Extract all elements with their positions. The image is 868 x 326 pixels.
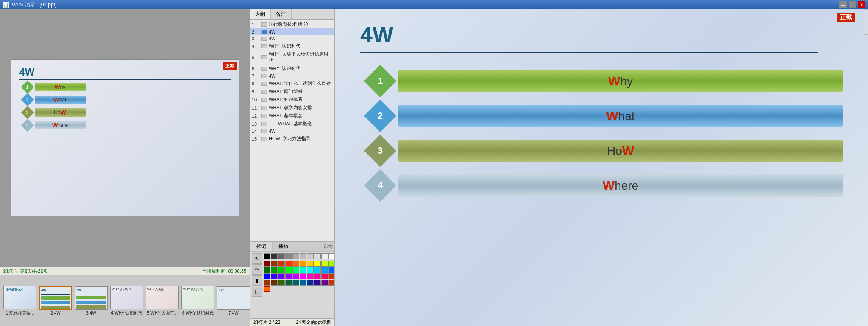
highlighter-tool[interactable]: ▮: [252, 275, 262, 286]
thumb-5[interactable]: WHY:人类正...: [146, 286, 179, 309]
label-why: Why: [608, 74, 633, 88]
template-name: 24美金的ppt模板: [296, 319, 331, 326]
preview-item-2: 2 What: [23, 95, 231, 104]
outline-item-8[interactable]: 8 WHAT: 学什么，达到什么目标: [250, 79, 334, 87]
slide-count-bottom: 幻灯片 2 / 22: [253, 319, 281, 326]
thumb-item-6[interactable]: WHY:认识时代 6 WHY:认识时代: [181, 286, 214, 316]
preview-bar-1: Why: [35, 83, 86, 91]
outline-panel: 大纲 备注 1 现代教育技术 绪 论 2 4W 3 4W 4 WHY: [250, 9, 335, 326]
color-white[interactable]: [328, 253, 334, 259]
thumb-label-3: 3 4W: [86, 311, 96, 315]
outline-item-6[interactable]: 6 WHY: 认识时代: [250, 65, 334, 73]
pointer-tool[interactable]: ↖: [252, 253, 262, 264]
preview-diamond-4: 4: [21, 118, 34, 132]
outline-item-9[interactable]: 9 WHAT: 两门学科: [250, 87, 334, 96]
outline-item-12[interactable]: 12 WHAT: 基本概念: [250, 112, 334, 120]
slide-preview-content: 4W 1 Why: [11, 60, 239, 136]
thumb-label-6: 6 WHY:认识时代: [182, 310, 214, 316]
color-black[interactable]: [264, 253, 270, 259]
window-title: WPS 演示 - [01.ppt]: [12, 1, 56, 8]
tab-play[interactable]: 播放: [273, 242, 295, 251]
item-row-3: 3 HoW: [369, 139, 843, 162]
outline-item-2[interactable]: 2 4W: [250, 28, 334, 35]
thumb-6[interactable]: WHY:认识时代: [181, 286, 214, 309]
slide-preview[interactable]: 正戳 4W 1 Why: [11, 59, 239, 216]
ann-tools-left: ↖ ✏ ▮ ⬚: [252, 253, 262, 317]
title-bar: 📊 WPS 演示 - [01.ppt] — ❐ ✕: [0, 0, 868, 9]
tab-notes[interactable]: 备注: [271, 9, 292, 19]
outline-icon-8: [261, 82, 267, 86]
wps-logo-small: 正戳: [223, 62, 237, 70]
outline-item-3[interactable]: 3 4W: [250, 35, 334, 42]
outline-icon-4: [261, 44, 267, 48]
color-ltgray[interactable]: [292, 253, 299, 259]
tab-outline[interactable]: 大纲: [250, 9, 271, 19]
outline-item-11[interactable]: 11 WHAT: 教学内容安排: [250, 104, 334, 112]
thumb-label-1: 1 现代教育技...: [6, 310, 34, 316]
color-gray[interactable]: [278, 253, 285, 259]
annotation-tabs: 标记 播放 自动: [250, 242, 334, 252]
main-area: 正戳 4W 1 Why: [0, 9, 868, 326]
thumb-item-5[interactable]: WHY:人类正... 5 WHY:人类正...: [146, 286, 179, 316]
outline-icon-13: [261, 122, 267, 126]
outline-list: 1 现代教育技术 绪 论 2 4W 3 4W 4 WHY: 认识时代 5: [250, 20, 334, 241]
color-offwhite[interactable]: [321, 253, 328, 259]
label-how: HoW: [607, 143, 634, 158]
thumb-2[interactable]: 4W: [39, 286, 72, 310]
pen-tool[interactable]: ✏: [252, 264, 262, 275]
thumb-item-3[interactable]: 4W 3 4W: [75, 286, 108, 315]
thumb-1[interactable]: 现代教育技术: [3, 286, 36, 309]
outline-item-14[interactable]: 14 4W: [250, 128, 334, 135]
outline-item-4[interactable]: 4 WHY: 认识时代: [250, 42, 334, 50]
preview-item-4: 4 Where: [23, 121, 231, 130]
item-row-4: 4 Where: [369, 174, 843, 197]
label-what: What: [606, 109, 634, 123]
color-medgray[interactable]: [285, 253, 292, 259]
color-darkgray[interactable]: [271, 253, 278, 259]
outline-item-13[interactable]: 13 WHAT: 基本概念: [250, 120, 334, 128]
title-bar-left: 📊 WPS 演示 - [01.ppt]: [3, 1, 56, 8]
large-slide-content: 4W 1 Why 2: [335, 9, 868, 326]
auto-label: 自动: [295, 242, 334, 251]
thumb-item-2[interactable]: 4W 2 4W: [39, 286, 72, 315]
restore-button[interactable]: ❐: [849, 1, 856, 8]
thumb-item-1[interactable]: 现代教育技术 1 现代教育技...: [3, 286, 36, 316]
thumb-item-7[interactable]: 4W 7 4W: [217, 286, 250, 315]
preview-bar-4: Where: [35, 121, 86, 129]
color-lighter[interactable]: [300, 253, 306, 259]
preview-title: 4W: [19, 66, 231, 78]
bar-what: What: [398, 105, 843, 127]
thumb-item-4[interactable]: WHY:认识时代 4 WHY:认识时代: [110, 286, 143, 316]
outline-icon-12: [261, 114, 267, 118]
outline-item-10[interactable]: 10 WHAT: 知识体系: [250, 96, 334, 104]
label-where: Where: [603, 178, 638, 193]
annotation-panel: 标记 播放 自动 ↖ ✏ ▮ ⬚: [250, 241, 334, 326]
preview-bar-3: HoW: [35, 108, 86, 117]
color-nearwhite[interactable]: [314, 253, 321, 259]
slide-preview-area: 正戳 4W 1 Why: [0, 9, 250, 267]
outline-icon-3: [261, 37, 267, 41]
preview-diamond-3: 3: [21, 106, 34, 119]
thumb-4[interactable]: WHY:认识时代: [110, 286, 143, 309]
outline-item-15[interactable]: 15 HOW: 学习方法指导: [250, 135, 334, 143]
outline-item-7[interactable]: 7 4W: [250, 73, 334, 79]
annotation-content: ↖ ✏ ▮ ⬚: [250, 252, 334, 318]
outline-item-5[interactable]: 5 WHY: 人类正大步迈进信息时代: [250, 50, 334, 65]
thumb-label-4: 4 WHY:认识时代: [111, 310, 142, 316]
diamond-3: 3: [364, 135, 396, 167]
minimize-button[interactable]: —: [839, 1, 847, 8]
diamond-2: 2: [364, 100, 396, 132]
left-panel: 正戳 4W 1 Why: [0, 9, 250, 326]
thumb-7[interactable]: 4W: [217, 286, 250, 310]
color-silver[interactable]: [307, 253, 314, 259]
bar-how: HoW: [398, 140, 843, 162]
eraser-tool[interactable]: ⬚: [252, 287, 262, 297]
outline-icon-6: [261, 67, 267, 71]
thumb-3[interactable]: 4W: [75, 286, 108, 310]
play-time: 已播放时间: 00:00:35: [202, 268, 246, 274]
outline-item-1[interactable]: 1 现代教育技术 绪 论: [250, 20, 334, 28]
close-button[interactable]: ✕: [858, 1, 865, 8]
thumbnail-strip: 现代教育技术 1 现代教育技... 4W 2 4W: [0, 275, 250, 326]
tab-annotate[interactable]: 标记: [250, 242, 273, 251]
diamond-4: 4: [364, 169, 396, 202]
